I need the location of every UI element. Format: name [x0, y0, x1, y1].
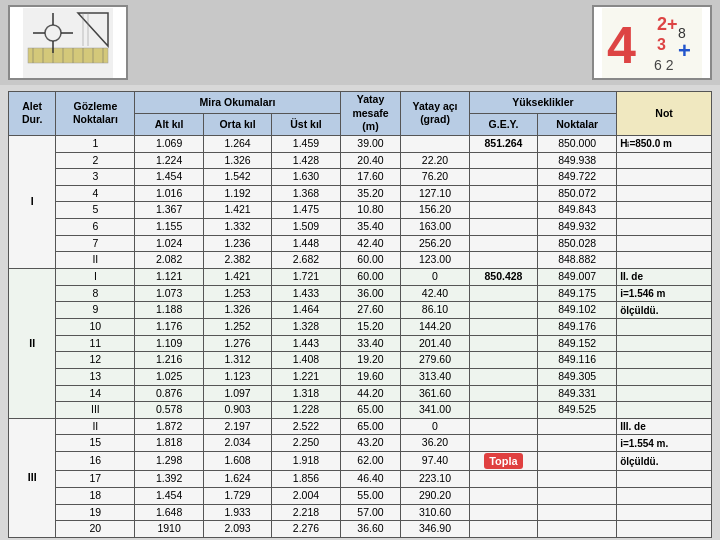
ust-cell: 1.918	[272, 452, 340, 471]
alet-cell-III: III	[9, 418, 56, 537]
ust-cell: 1.630	[272, 169, 340, 186]
survey-table: Alet Dur. Gözleme Noktaları Mira Okumala…	[8, 91, 712, 538]
table-row: 31.4541.5421.63017.6076.20849.722	[9, 169, 712, 186]
orta-cell: 1.252	[203, 318, 271, 335]
gozlem-cell: 4	[56, 185, 135, 202]
yatay-cell: 60.00	[340, 252, 401, 269]
math-icon: 4 2+ 3 6 2 + 8	[602, 8, 702, 78]
table-row: 140.8761.0971.31844.20361.60849.331	[9, 385, 712, 402]
gey-cell	[469, 471, 537, 488]
gey-cell	[469, 352, 537, 369]
yatay-cell: 43.20	[340, 435, 401, 452]
noktalar-cell: 849.305	[538, 368, 617, 385]
gey-cell	[469, 202, 537, 219]
gozlem-cell: 15	[56, 435, 135, 452]
aci-cell: 201.40	[401, 335, 469, 352]
gey-cell	[469, 402, 537, 419]
alt-cell: 1.224	[135, 152, 203, 169]
ust-cell: 1.368	[272, 185, 340, 202]
aci-cell: 256.20	[401, 235, 469, 252]
table-row: I11.0691.2641.45939.00851.264850.000Hᵢ=8…	[9, 135, 712, 152]
noktalar-cell: 849.176	[538, 318, 617, 335]
noktalar-cell: 848.882	[538, 252, 617, 269]
noktalar-cell: 850.072	[538, 185, 617, 202]
ust-cell: 2.682	[272, 252, 340, 269]
svg-rect-1	[28, 48, 108, 63]
orta-cell: 1.097	[203, 385, 271, 402]
yatay-cell: 10.80	[340, 202, 401, 219]
left-logo	[8, 5, 128, 80]
aci-cell: 346.90	[401, 521, 469, 538]
table-row: 151.8182.0342.25043.2036.20i=1.554 m.	[9, 435, 712, 452]
col-header-yatayaci: Yatay açı (grad)	[401, 92, 469, 136]
gozlem-cell: 7	[56, 235, 135, 252]
alt-cell: 0.578	[135, 402, 203, 419]
orta-cell: 2.093	[203, 521, 271, 538]
col-header-yukseklik: Yükseklikler	[469, 92, 616, 114]
gozlem-cell: 10	[56, 318, 135, 335]
ust-cell: 1.509	[272, 219, 340, 236]
yatay-cell: 57.00	[340, 504, 401, 521]
aci-cell: 310.60	[401, 504, 469, 521]
gey-cell	[469, 235, 537, 252]
table-row: 171.3921.6241.85646.40223.10	[9, 471, 712, 488]
orta-cell: 1.253	[203, 285, 271, 302]
yatay-cell: 44.20	[340, 385, 401, 402]
gey-cell	[469, 504, 537, 521]
not-cell	[617, 202, 712, 219]
yatay-cell: 17.60	[340, 169, 401, 186]
alet-cell-I: I	[9, 135, 56, 268]
gey-cell	[469, 521, 537, 538]
alt-cell: 1.024	[135, 235, 203, 252]
gozlem-cell: 12	[56, 352, 135, 369]
noktalar-cell: 850.000	[538, 135, 617, 152]
ust-cell: 1.408	[272, 352, 340, 369]
yatay-cell: 19.60	[340, 368, 401, 385]
gey-cell	[469, 385, 537, 402]
gozlem-cell: 18	[56, 488, 135, 505]
svg-rect-0	[23, 8, 113, 78]
table-row: 181.4541.7292.00455.00290.20	[9, 488, 712, 505]
col-header-alt: Alt kıl	[135, 113, 203, 135]
noktalar-cell: 849.932	[538, 219, 617, 236]
gey-cell	[469, 435, 537, 452]
ust-cell: 1.428	[272, 152, 340, 169]
noktalar-cell: 849.175	[538, 285, 617, 302]
not-cell: Hᵢ=850.0 m	[617, 135, 712, 152]
aci-cell: 361.60	[401, 385, 469, 402]
gey-cell: 851.264	[469, 135, 537, 152]
aci-cell: 156.20	[401, 202, 469, 219]
noktalar-cell: 849.938	[538, 152, 617, 169]
aci-cell: 86.10	[401, 302, 469, 319]
right-logo: 4 2+ 3 6 2 + 8	[592, 5, 712, 80]
alt-cell: 1.454	[135, 169, 203, 186]
gozlem-cell: 14	[56, 385, 135, 402]
table-row: 41.0161.1921.36835.20127.10850.072	[9, 185, 712, 202]
gozlem-cell: 2	[56, 152, 135, 169]
orta-cell: 1.933	[203, 504, 271, 521]
table-row: 91.1881.3261.46427.6086.10849.102ölçüldü…	[9, 302, 712, 319]
col-header-ust: Üst kıl	[272, 113, 340, 135]
gozlem-cell: II	[56, 252, 135, 269]
orta-cell: 1.192	[203, 185, 271, 202]
noktalar-cell	[538, 418, 617, 435]
orta-cell: 1.421	[203, 202, 271, 219]
gey-cell	[469, 368, 537, 385]
ust-cell: 1.721	[272, 269, 340, 286]
table-row: IIIII1.8722.1972.52265.000III. de	[9, 418, 712, 435]
alt-cell: 1.392	[135, 471, 203, 488]
alet-cell-II: II	[9, 269, 56, 419]
table-row: II2.0822.3822.68260.00123.00848.882	[9, 252, 712, 269]
yatay-cell: 65.00	[340, 418, 401, 435]
yatay-cell: 60.00	[340, 269, 401, 286]
noktalar-cell: 849.102	[538, 302, 617, 319]
table-row: 101.1761.2521.32815.20144.20849.176	[9, 318, 712, 335]
noktalar-cell	[538, 471, 617, 488]
not-cell	[617, 152, 712, 169]
alt-cell: 1.121	[135, 269, 203, 286]
topla-button[interactable]: Topla	[484, 453, 523, 469]
yatay-cell: 35.20	[340, 185, 401, 202]
gey-cell: Topla	[469, 452, 537, 471]
alt-cell: 1.367	[135, 202, 203, 219]
alt-cell: 1.073	[135, 285, 203, 302]
